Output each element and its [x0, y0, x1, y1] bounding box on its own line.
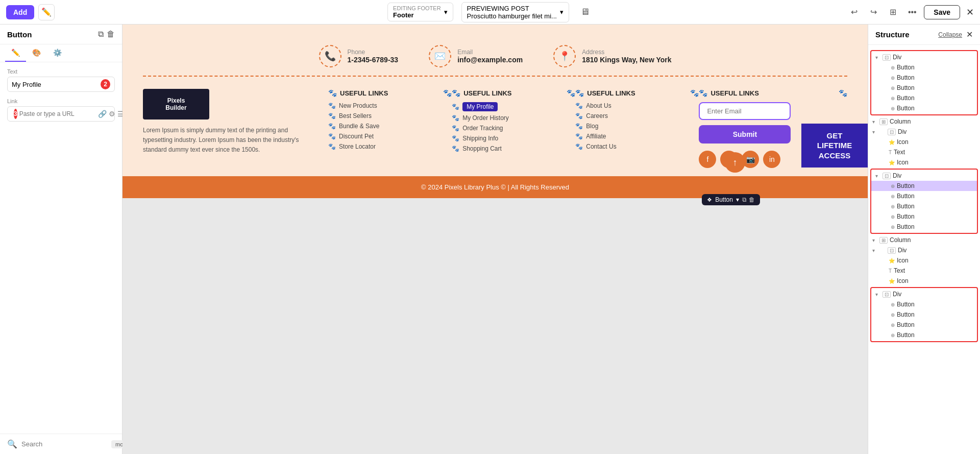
link-icon[interactable]: 🔗 — [98, 110, 107, 118]
edit-icon[interactable]: ✏️ — [38, 4, 55, 20]
tooltip-delete-icon[interactable]: 🗑 — [749, 196, 755, 203]
link-text[interactable]: Blog — [586, 123, 598, 130]
tab-color[interactable]: 🎨 — [26, 44, 47, 62]
tree-div2[interactable]: ▾ ⊡ Div — [868, 127, 980, 137]
tree-item-div[interactable]: ▾ ⊡ Div — [871, 52, 977, 62]
tree-icon4[interactable]: ⭐ Icon — [868, 276, 980, 286]
phone-label: Phone — [348, 49, 399, 56]
tree-btn10[interactable]: ⊕ Button — [871, 299, 977, 309]
address-value: 1810 Kings Way, New York — [582, 56, 671, 64]
search-input[interactable] — [21, 440, 107, 448]
previewing-selector[interactable]: PREVIEWING POST Prosciutto hamburger fil… — [461, 2, 569, 22]
tree-btn9[interactable]: ⊕ Button — [871, 222, 977, 232]
tree-div4[interactable]: ▾ ⊡ Div — [868, 245, 980, 255]
list-item: 🐾Bundle & Save — [328, 123, 452, 130]
layers-icon[interactable]: ⊞ — [885, 5, 900, 20]
icon-icon4: ⭐ — [889, 278, 895, 284]
profile-button[interactable]: My Profile — [462, 102, 498, 111]
list-item: 🐾About Us — [575, 102, 699, 109]
tree-btn8[interactable]: ⊕ Button — [871, 211, 977, 222]
close-panel-button[interactable]: ✕ — [966, 30, 973, 39]
tree-column2[interactable]: ▾ ⊞ Column — [868, 235, 980, 245]
link-text[interactable]: My Order History — [462, 114, 509, 122]
submit-button[interactable]: Submit — [699, 125, 791, 144]
tree-btn6[interactable]: ⊕ Button — [871, 191, 977, 201]
tooltip-copy-icon[interactable]: ⧉ — [742, 196, 747, 203]
delete-icon[interactable]: 🗑 — [107, 30, 115, 39]
div-icon4: ⊡ — [888, 247, 896, 254]
link-text[interactable]: Affiliate — [586, 133, 606, 140]
paw-small: 🐾 — [328, 123, 336, 130]
link-input[interactable] — [19, 110, 96, 117]
tree-btn11[interactable]: ⊕ Button — [871, 309, 977, 320]
email-label: Email — [457, 49, 523, 56]
collapse-button[interactable]: Collapse — [938, 31, 962, 38]
link-text[interactable]: Discount Pet — [339, 133, 374, 140]
link-text[interactable]: Best Sellers — [339, 112, 372, 120]
link-text[interactable]: Order Tracking — [462, 125, 503, 132]
link-text[interactable]: Bundle & Save — [339, 123, 379, 130]
facebook-icon[interactable]: f — [699, 151, 716, 168]
save-button[interactable]: Save — [924, 5, 960, 19]
column-icon2: ⊞ — [879, 237, 888, 244]
device-icon[interactable]: 🖥 — [577, 5, 593, 20]
tree-item-btn3[interactable]: ⊕ Button — [871, 83, 977, 93]
link-text[interactable]: Store Locator — [339, 143, 376, 150]
link-text[interactable]: Contact Us — [586, 143, 616, 150]
link-text[interactable]: Careers — [586, 112, 608, 120]
list-item: 🐾Discount Pet — [328, 133, 452, 140]
paw-icon2: 🐾 — [452, 89, 460, 97]
duplicate-icon[interactable]: ⧉ — [98, 30, 104, 39]
email-icon: ✉️ — [429, 45, 451, 67]
link-text[interactable]: Shipping Info — [462, 135, 498, 142]
tree-btn7[interactable]: ⊕ Button — [871, 201, 977, 211]
paw-small: 🐾 — [452, 103, 459, 110]
list-item: 🐾Store Locator — [328, 143, 452, 150]
tree-arrow: ▾ — [875, 55, 883, 60]
tree-button-active[interactable]: ⊕ Button — [871, 181, 977, 191]
button-icon: ⊕ — [891, 85, 895, 91]
email-newsletter-input[interactable] — [699, 102, 791, 120]
tree-text1[interactable]: T Text — [868, 147, 980, 157]
tree-btn13[interactable]: ⊕ Button — [871, 330, 977, 340]
tree-div5[interactable]: ▾ ⊡ Div — [871, 289, 977, 299]
button-icon: ⊕ — [891, 312, 895, 318]
undo-button[interactable]: ↩ — [846, 5, 862, 20]
tree-icon1[interactable]: ⭐ Icon — [868, 137, 980, 147]
tree-label: Div — [898, 247, 906, 254]
tree-item-btn1[interactable]: ⊕ Button — [871, 62, 977, 73]
lifetime-banner[interactable]: GET LIFETIME ACCESS — [801, 124, 868, 168]
close-button[interactable]: ✕ — [966, 7, 974, 18]
address-contact: 📍 Address 1810 Kings Way, New York — [553, 45, 671, 67]
more-icon[interactable]: ••• — [904, 5, 920, 20]
text-input-row: 2 — [7, 77, 115, 92]
button-icon: ⊕ — [891, 332, 895, 338]
tree-icon3[interactable]: ⭐ Icon — [868, 255, 980, 266]
settings-link-icon[interactable]: ⚙ — [109, 110, 115, 118]
link-text[interactable]: New Products — [339, 102, 377, 109]
tree-text2[interactable]: T Text — [868, 266, 980, 276]
button-icon: ⊕ — [891, 106, 895, 111]
text-input[interactable] — [12, 81, 97, 88]
scroll-up-button[interactable]: ↑ — [725, 152, 745, 173]
link-text[interactable]: Shopping Cart — [462, 145, 502, 152]
previewing-value: Prosciutto hamburger filet mi... — [467, 12, 557, 20]
section-1-container: ▾ ⊡ Div ⊕ Button ⊕ Button — [870, 50, 978, 115]
tree-item-btn4[interactable]: ⊕ Button — [871, 93, 977, 103]
tree-btn12[interactable]: ⊕ Button — [871, 320, 977, 330]
tree-item-btn2[interactable]: ⊕ Button — [871, 73, 977, 83]
editing-footer-selector[interactable]: EDITING FOOTER Footer ▾ — [387, 3, 453, 21]
linkedin-icon[interactable]: in — [763, 151, 780, 168]
tree-icon2[interactable]: ⭐ Icon — [868, 157, 980, 168]
link-text[interactable]: About Us — [586, 102, 611, 109]
paw-icon2b: 🐾 — [567, 89, 575, 97]
tab-settings[interactable]: ⚙️ — [47, 44, 68, 62]
redo-button[interactable]: ↪ — [866, 5, 881, 20]
text-section: Text 2 — [0, 62, 122, 98]
tree-div3[interactable]: ▾ ⊡ Div — [871, 171, 977, 181]
column-icon: ⊞ — [879, 118, 888, 125]
add-button[interactable]: Add — [6, 5, 34, 19]
tree-item-btn5[interactable]: ⊕ Button — [871, 103, 977, 113]
tree-column1[interactable]: ▾ ⊞ Column — [868, 116, 980, 127]
tab-style[interactable]: ✏️ — [5, 44, 26, 62]
